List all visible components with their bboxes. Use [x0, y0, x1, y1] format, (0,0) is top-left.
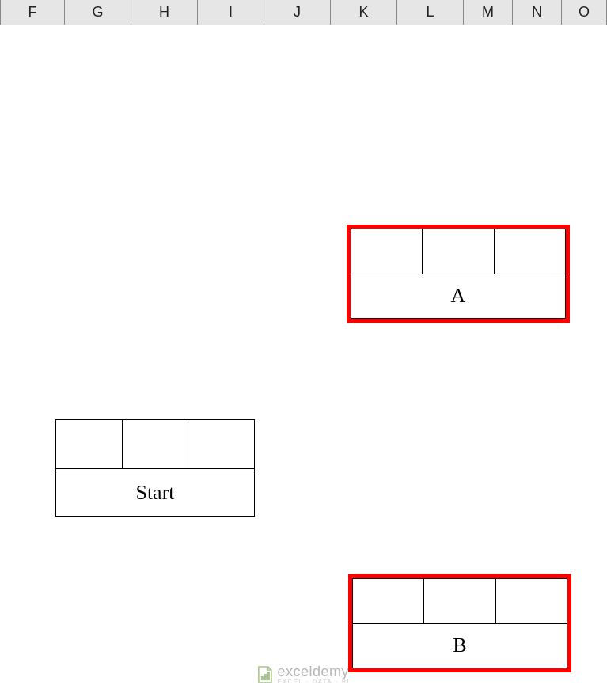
block-b-label-cell[interactable]: B — [353, 623, 567, 668]
block-start-label-cell[interactable]: Start — [56, 468, 255, 517]
watermark-sub-text: EXCEL · DATA · BI — [277, 679, 350, 684]
exceldemy-logo-icon — [256, 665, 272, 684]
block-start-cell[interactable] — [56, 420, 123, 469]
column-header-f[interactable]: F — [0, 0, 65, 25]
block-start-cell[interactable] — [122, 420, 188, 469]
block-b-table: B — [352, 578, 567, 668]
column-header-h[interactable]: H — [131, 0, 198, 25]
block-a-cell[interactable] — [423, 229, 494, 274]
block-start-cell[interactable] — [188, 420, 255, 469]
column-header-row: FGHIJKLMNO — [0, 0, 607, 25]
block-a-label-cell[interactable]: A — [351, 274, 566, 319]
column-header-o[interactable]: O — [562, 0, 607, 25]
column-header-k[interactable]: K — [331, 0, 397, 25]
svg-rect-1 — [264, 674, 266, 680]
block-b-cell[interactable] — [495, 579, 567, 624]
watermark: exceldemy EXCEL · DATA · BI — [256, 664, 350, 684]
block-b-cell[interactable] — [353, 579, 424, 624]
column-header-i[interactable]: I — [198, 0, 264, 25]
block-a-table: A — [351, 229, 566, 319]
block-a-cell[interactable] — [494, 229, 565, 274]
column-header-n[interactable]: N — [513, 0, 562, 25]
block-b-cell[interactable] — [424, 579, 495, 624]
svg-rect-0 — [260, 676, 263, 680]
watermark-main-text: exceldemy — [277, 664, 350, 679]
cell-block-start[interactable]: Start — [55, 419, 255, 517]
svg-rect-2 — [267, 672, 269, 680]
column-header-g[interactable]: G — [65, 0, 131, 25]
block-a-cell[interactable] — [351, 229, 423, 274]
cell-block-a[interactable]: A — [347, 225, 570, 323]
watermark-text: exceldemy EXCEL · DATA · BI — [277, 664, 350, 684]
column-header-m[interactable]: M — [464, 0, 513, 25]
spreadsheet-grid[interactable]: A Start B — [0, 25, 607, 700]
column-header-j[interactable]: J — [264, 0, 331, 25]
cell-block-b[interactable]: B — [348, 574, 571, 672]
column-header-l[interactable]: L — [397, 0, 464, 25]
block-start-table: Start — [55, 419, 255, 517]
